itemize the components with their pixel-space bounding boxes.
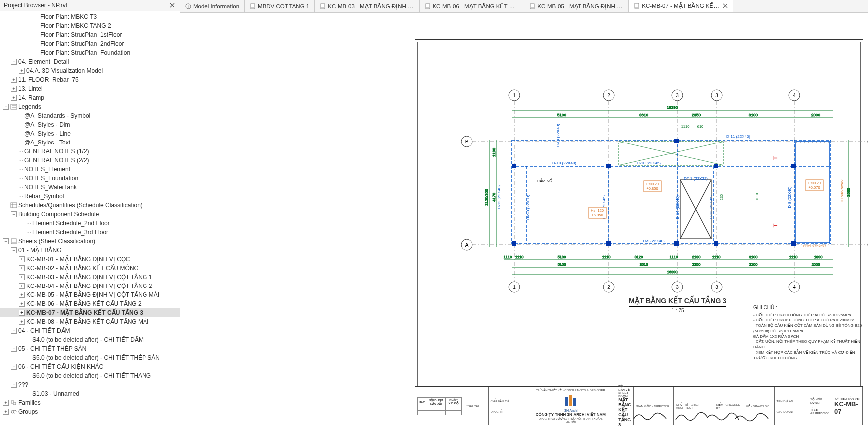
tree-item[interactable]: ⋯Element Schedule_2nd Floor	[0, 219, 180, 228]
panel-close-button[interactable]	[169, 2, 176, 9]
legend-icon	[10, 104, 17, 110]
tree-item[interactable]: +KC-MB-07 - MẶT BẰNG KẾT CẤU TẦNG 3	[0, 308, 180, 317]
tree-toggle-icon[interactable]: −	[11, 364, 17, 370]
tree-toggle-icon[interactable]: −	[3, 104, 9, 110]
tree-item[interactable]: +KC-MB-04 - MẶT BẰNG ĐỊNH VỊ CỘT TẦNG 2	[0, 282, 180, 290]
tree-item[interactable]: ⋯Floor Plan: MBKC T3	[0, 12, 180, 21]
tree-item[interactable]: ⋯S1.03 - Unnamed	[0, 389, 180, 398]
tree-item[interactable]: +Families	[0, 398, 180, 407]
tree-item[interactable]: ⋯NOTES_Element	[0, 165, 180, 174]
tree-item[interactable]: −04 - CHI TIẾT DẦM	[0, 326, 180, 335]
tree-item[interactable]: ⋯GENERAL NOTES (2/2)	[0, 156, 180, 165]
tree-toggle-icon[interactable]: +	[19, 68, 25, 74]
tree-item[interactable]: −04. Element_Detail	[0, 57, 180, 66]
tree-toggle-icon[interactable]: +	[3, 409, 9, 415]
tree-item[interactable]: ⋯@A_Standards - Symbol	[0, 111, 180, 120]
tree-item[interactable]: ⋯@A_Styles - Line	[0, 129, 180, 138]
tree-item[interactable]: +04.A. 3D Visualization Model	[0, 66, 180, 75]
tree-toggle-icon[interactable]: +	[3, 400, 9, 406]
tree-item-label: NOTES_Element	[24, 166, 70, 173]
tree-item[interactable]: ⋯S4.0 (to be deleted after) - CHI TIẾT D…	[0, 335, 180, 344]
tab-label: KC-MB-07 - MẶT BẰNG KẾT CẤ...	[642, 2, 721, 9]
tree-item[interactable]: −???	[0, 380, 180, 389]
tree-item[interactable]: −01 - MẶT BẰNG	[0, 246, 180, 255]
tree-item[interactable]: ⋯S5.0 (to be deleted after) - CHI TIẾT T…	[0, 353, 180, 362]
tree-toggle-icon[interactable]: +	[19, 319, 25, 325]
project-tree[interactable]: ⋯Floor Plan: MBKC T3⋯Floor Plan: MBKC TA…	[0, 11, 180, 430]
svg-text:D-8 (22X40): D-8 (22X40)	[787, 186, 792, 208]
svg-text:l1150x75x5x7: l1150x75x5x7	[840, 179, 844, 202]
tree-item[interactable]: +KC-MB-01 - MẶT BẰNG ĐỊNH VỊ CỌC	[0, 255, 180, 264]
tree-item[interactable]: −Legends	[0, 102, 180, 111]
tree-item[interactable]: +KC-MB-02 - MẶT BẰNG KẾT CẤU MÓNG	[0, 264, 180, 273]
tree-item[interactable]: ⋯NOTES_Foundation	[0, 174, 180, 183]
tree-toggle-icon[interactable]: +	[19, 301, 25, 307]
view-tab[interactable]: KC-MB-07 - MẶT BẰNG KẾT CẤ...	[629, 0, 733, 12]
view-tab[interactable]: KC-MB-05 - MẶT BẰNG ĐỊNH VỊ C...	[524, 0, 629, 12]
tree-toggle-icon[interactable]: −	[11, 247, 17, 253]
tree-item[interactable]: ⋯GENERAL NOTES (1/2)	[0, 147, 180, 156]
tree-toggle-icon[interactable]: +	[19, 274, 25, 280]
tree-item[interactable]: ⋯NOTES_WaterTank	[0, 183, 180, 192]
tree-toggle-icon[interactable]: −	[3, 238, 9, 244]
tree-item[interactable]: +KC-MB-03 - MẶT BẰNG ĐỊNH VỊ CỘT TẦNG 1	[0, 273, 180, 282]
tree-item[interactable]: +KC-MB-05 - MẶT BẰNG ĐỊNH VỊ CỘT TẦNG MÁ…	[0, 290, 180, 299]
tree-toggle-icon[interactable]: +	[19, 265, 25, 271]
view-tab[interactable]: KC-MB-03 - MẶT BẰNG ĐỊNH VỊ C...	[315, 0, 420, 12]
tree-toggle-icon[interactable]: +	[11, 95, 17, 101]
tree-toggle-icon[interactable]: −	[11, 328, 17, 334]
tree-item[interactable]: −Sheets (Sheet Classification)	[0, 237, 180, 246]
tree-item[interactable]: Schedules/Quantities (Schedule Classific…	[0, 201, 180, 210]
view-tab[interactable]: MBDV COT TANG 1	[245, 0, 315, 12]
svg-text:Hs=120: Hs=120	[591, 208, 604, 213]
tree-item[interactable]: ⋯Element Schedule_3rd Floor	[0, 228, 180, 237]
svg-text:3100: 3100	[749, 113, 758, 117]
tree-item[interactable]: ⋯Floor Plan: MBKC TANG 2	[0, 21, 180, 30]
tree-toggle-icon[interactable]: −	[11, 211, 17, 217]
tree-toggle-icon[interactable]: +	[19, 292, 25, 298]
svg-rect-3	[11, 203, 17, 208]
tree-toggle-icon[interactable]: +	[11, 86, 17, 92]
tree-item[interactable]: +14. Ramp	[0, 93, 180, 102]
tab-close-icon[interactable]	[723, 3, 728, 8]
tree-toggle-icon[interactable]: −	[11, 59, 17, 65]
tree-toggle-icon[interactable]: +	[19, 256, 25, 262]
tree-item[interactable]: +Groups	[0, 407, 180, 416]
tree-item[interactable]: ⋯Rebar_Symbol	[0, 192, 180, 201]
tree-toggle-icon[interactable]: −	[11, 346, 17, 352]
tree-item[interactable]: ⋯@A_Styles - Text	[0, 138, 180, 147]
tree-item[interactable]: −05 - CHI TIẾT THÉP SÀN	[0, 344, 180, 353]
tree-item-label: Groups	[18, 408, 38, 415]
svg-text:3120: 3120	[635, 255, 643, 259]
tree-item[interactable]: −06 - CHI TIẾT CẤU KIỆN KHÁC	[0, 362, 180, 371]
tree-item[interactable]: ⋯@A_Styles - Dim	[0, 120, 180, 129]
tree-item[interactable]: ⋯Floor Plan: StrucPlan_2ndFloor	[0, 39, 180, 48]
tree-item-label: @A_Styles - Text	[24, 139, 70, 146]
tree-toggle-icon[interactable]: +	[11, 77, 17, 83]
tree-item[interactable]: ⋯Floor Plan: StrucPlan_Foundation	[0, 48, 180, 57]
tree-item-label: KC-MB-03 - MẶT BẰNG ĐỊNH VỊ CỘT TẦNG 1	[26, 274, 152, 281]
tree-item-label: 05 - CHI TIẾT THÉP SÀN	[18, 345, 86, 352]
tree-toggle-icon[interactable]: −	[11, 382, 17, 388]
tree-item[interactable]: +KC-MB-06 - MẶT BẰNG KẾT CẤU TẦNG 2	[0, 299, 180, 308]
svg-text:B: B	[465, 139, 469, 144]
tree-item[interactable]: +13. Lintel	[0, 84, 180, 93]
view-tab[interactable]: KC-MB-06 - MẶT BẰNG KẾT CẤU T...	[420, 0, 524, 12]
view-tab[interactable]: iModel Information	[180, 0, 245, 12]
svg-text:3110: 3110	[755, 193, 759, 202]
tree-item[interactable]: −Building Component Schedule	[0, 210, 180, 219]
svg-rect-110	[674, 139, 679, 143]
tree-item[interactable]: ⋯S6.0 (to be deleted after) - CHI TIẾT T…	[0, 371, 180, 380]
tree-item-label: KC-MB-06 - MẶT BẰNG KẾT CẤU TẦNG 2	[26, 300, 142, 307]
tree-toggle-icon[interactable]: +	[19, 310, 25, 316]
svg-text:4: 4	[793, 285, 796, 290]
tree-toggle-icon[interactable]: +	[19, 283, 25, 289]
svg-rect-15	[251, 7, 254, 8]
svg-rect-114	[606, 241, 611, 246]
tab-label: Model Information	[193, 3, 239, 9]
svg-rect-116	[714, 241, 718, 246]
tree-item[interactable]: ⋯Floor Plan: StrucPlan_1stFloor	[0, 30, 180, 39]
drawing-canvas[interactable]: 1 2 3 3 4 1 2 3 3 4 B A B	[180, 13, 868, 430]
tree-item[interactable]: +KC-MB-08 - MẶT BẰNG KẾT CẤU TẦNG MÁI	[0, 317, 180, 326]
tree-item[interactable]: +11. FLOOR_Rebar_75	[0, 75, 180, 84]
